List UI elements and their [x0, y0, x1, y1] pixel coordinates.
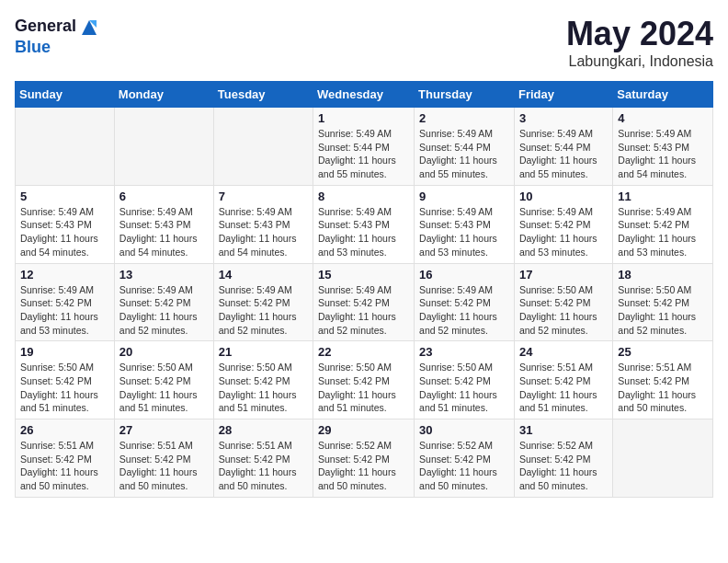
calendar-cell: 7Sunrise: 5:49 AMSunset: 5:43 PMDaylight…: [213, 185, 313, 263]
day-info: Sunrise: 5:49 AMSunset: 5:42 PMDaylight:…: [618, 205, 708, 259]
day-info: Sunrise: 5:51 AMSunset: 5:42 PMDaylight:…: [519, 361, 608, 415]
day-number: 11: [618, 190, 708, 203]
header-monday: Monday: [114, 82, 213, 108]
logo-icon: [78, 17, 100, 39]
day-info: Sunrise: 5:49 AMSunset: 5:42 PMDaylight:…: [419, 283, 509, 338]
header-friday: Friday: [514, 82, 612, 108]
calendar-cell: 6Sunrise: 5:49 AMSunset: 5:43 PMDaylight…: [114, 185, 213, 263]
day-number: 27: [119, 423, 209, 437]
calendar-cell: [613, 419, 713, 498]
header-wednesday: Wednesday: [313, 82, 415, 108]
calendar-week-1: 1Sunrise: 5:49 AMSunset: 5:44 PMDaylight…: [16, 108, 713, 186]
day-info: Sunrise: 5:49 AMSunset: 5:42 PMDaylight:…: [318, 283, 409, 338]
calendar-cell: 11Sunrise: 5:49 AMSunset: 5:42 PMDayligh…: [613, 185, 713, 263]
calendar-week-2: 5Sunrise: 5:49 AMSunset: 5:43 PMDaylight…: [16, 185, 713, 263]
day-info: Sunrise: 5:51 AMSunset: 5:42 PMDaylight:…: [618, 361, 708, 415]
day-info: Sunrise: 5:50 AMSunset: 5:42 PMDaylight:…: [618, 283, 708, 338]
calendar-cell: 29Sunrise: 5:52 AMSunset: 5:42 PMDayligh…: [313, 419, 415, 498]
day-number: 23: [419, 345, 509, 359]
title-area: May 2024 Labungkari, Indonesia: [566, 15, 713, 70]
calendar-cell: 22Sunrise: 5:50 AMSunset: 5:42 PMDayligh…: [313, 341, 415, 419]
day-number: 16: [419, 268, 509, 282]
day-number: 17: [519, 268, 608, 282]
calendar-cell: 12Sunrise: 5:49 AMSunset: 5:42 PMDayligh…: [16, 263, 115, 341]
day-info: Sunrise: 5:51 AMSunset: 5:42 PMDaylight:…: [20, 439, 109, 493]
calendar-week-3: 12Sunrise: 5:49 AMSunset: 5:42 PMDayligh…: [16, 263, 713, 341]
day-number: 18: [618, 268, 708, 282]
calendar-cell: [16, 108, 115, 186]
day-info: Sunrise: 5:49 AMSunset: 5:44 PMDaylight:…: [519, 127, 608, 181]
day-number: 5: [20, 190, 109, 203]
calendar-cell: 16Sunrise: 5:49 AMSunset: 5:42 PMDayligh…: [415, 263, 515, 341]
calendar-cell: 13Sunrise: 5:49 AMSunset: 5:42 PMDayligh…: [114, 263, 213, 341]
day-number: 31: [519, 423, 608, 437]
day-info: Sunrise: 5:49 AMSunset: 5:42 PMDaylight:…: [219, 283, 308, 338]
day-info: Sunrise: 5:49 AMSunset: 5:43 PMDaylight:…: [618, 127, 708, 181]
day-number: 13: [119, 268, 209, 282]
calendar-table: Sunday Monday Tuesday Wednesday Thursday…: [15, 81, 713, 498]
calendar-cell: 23Sunrise: 5:50 AMSunset: 5:42 PMDayligh…: [415, 341, 515, 419]
day-info: Sunrise: 5:50 AMSunset: 5:42 PMDaylight:…: [119, 361, 209, 415]
day-info: Sunrise: 5:50 AMSunset: 5:42 PMDaylight:…: [219, 361, 308, 415]
day-number: 21: [219, 345, 308, 359]
calendar-cell: 3Sunrise: 5:49 AMSunset: 5:44 PMDaylight…: [514, 108, 612, 186]
day-number: 2: [419, 111, 509, 125]
day-number: 3: [519, 111, 608, 125]
calendar-cell: 27Sunrise: 5:51 AMSunset: 5:42 PMDayligh…: [114, 419, 213, 498]
day-number: 15: [318, 268, 409, 282]
day-info: Sunrise: 5:49 AMSunset: 5:43 PMDaylight:…: [219, 205, 308, 259]
calendar-cell: 28Sunrise: 5:51 AMSunset: 5:42 PMDayligh…: [213, 419, 313, 498]
header-sunday: Sunday: [16, 82, 115, 108]
calendar-cell: 19Sunrise: 5:50 AMSunset: 5:42 PMDayligh…: [16, 341, 115, 419]
day-info: Sunrise: 5:50 AMSunset: 5:42 PMDaylight:…: [519, 283, 608, 338]
day-info: Sunrise: 5:52 AMSunset: 5:42 PMDaylight:…: [419, 439, 509, 493]
calendar-cell: 5Sunrise: 5:49 AMSunset: 5:43 PMDaylight…: [16, 185, 115, 263]
day-info: Sunrise: 5:49 AMSunset: 5:44 PMDaylight:…: [419, 127, 509, 181]
calendar-cell: 8Sunrise: 5:49 AMSunset: 5:43 PMDaylight…: [313, 185, 415, 263]
day-info: Sunrise: 5:50 AMSunset: 5:42 PMDaylight:…: [318, 361, 409, 415]
calendar-cell: 26Sunrise: 5:51 AMSunset: 5:42 PMDayligh…: [16, 419, 115, 498]
day-number: 12: [20, 268, 109, 282]
calendar-cell: 9Sunrise: 5:49 AMSunset: 5:43 PMDaylight…: [415, 185, 515, 263]
calendar-cell: 4Sunrise: 5:49 AMSunset: 5:43 PMDaylight…: [613, 108, 713, 186]
day-info: Sunrise: 5:49 AMSunset: 5:42 PMDaylight:…: [119, 283, 209, 338]
day-number: 25: [618, 345, 708, 359]
day-number: 19: [20, 345, 109, 359]
day-number: 28: [219, 423, 308, 437]
calendar-week-4: 19Sunrise: 5:50 AMSunset: 5:42 PMDayligh…: [16, 341, 713, 419]
day-number: 26: [20, 423, 109, 437]
day-number: 1: [318, 111, 409, 125]
day-info: Sunrise: 5:49 AMSunset: 5:43 PMDaylight:…: [419, 205, 509, 259]
day-info: Sunrise: 5:49 AMSunset: 5:42 PMDaylight:…: [519, 205, 608, 259]
day-number: 22: [318, 345, 409, 359]
calendar-cell: [213, 108, 313, 186]
location: Labungkari, Indonesia: [566, 53, 713, 70]
calendar-cell: [114, 108, 213, 186]
calendar-cell: 20Sunrise: 5:50 AMSunset: 5:42 PMDayligh…: [114, 341, 213, 419]
day-number: 10: [519, 190, 608, 203]
day-number: 4: [618, 111, 708, 125]
header-tuesday: Tuesday: [213, 82, 313, 108]
calendar-cell: 2Sunrise: 5:49 AMSunset: 5:44 PMDaylight…: [415, 108, 515, 186]
calendar-cell: 18Sunrise: 5:50 AMSunset: 5:42 PMDayligh…: [613, 263, 713, 341]
calendar-cell: 17Sunrise: 5:50 AMSunset: 5:42 PMDayligh…: [514, 263, 612, 341]
header-thursday: Thursday: [415, 82, 515, 108]
day-number: 7: [219, 190, 308, 203]
day-info: Sunrise: 5:50 AMSunset: 5:42 PMDaylight:…: [419, 361, 509, 415]
day-number: 30: [419, 423, 509, 437]
day-info: Sunrise: 5:50 AMSunset: 5:42 PMDaylight:…: [20, 361, 109, 415]
calendar-cell: 15Sunrise: 5:49 AMSunset: 5:42 PMDayligh…: [313, 263, 415, 341]
month-year: May 2024: [566, 15, 713, 53]
day-info: Sunrise: 5:49 AMSunset: 5:43 PMDaylight:…: [318, 205, 409, 259]
day-info: Sunrise: 5:49 AMSunset: 5:44 PMDaylight:…: [318, 127, 409, 181]
day-number: 9: [419, 190, 509, 203]
calendar-cell: 14Sunrise: 5:49 AMSunset: 5:42 PMDayligh…: [213, 263, 313, 341]
calendar-header-row: Sunday Monday Tuesday Wednesday Thursday…: [16, 82, 713, 108]
calendar-cell: 24Sunrise: 5:51 AMSunset: 5:42 PMDayligh…: [514, 341, 612, 419]
logo-general: General: [15, 17, 76, 36]
day-number: 29: [318, 423, 409, 437]
calendar-cell: 21Sunrise: 5:50 AMSunset: 5:42 PMDayligh…: [213, 341, 313, 419]
calendar-cell: 1Sunrise: 5:49 AMSunset: 5:44 PMDaylight…: [313, 108, 415, 186]
logo-blue: Blue: [15, 39, 100, 57]
page-header: General Blue May 2024 Labungkari, Indone…: [15, 15, 713, 70]
